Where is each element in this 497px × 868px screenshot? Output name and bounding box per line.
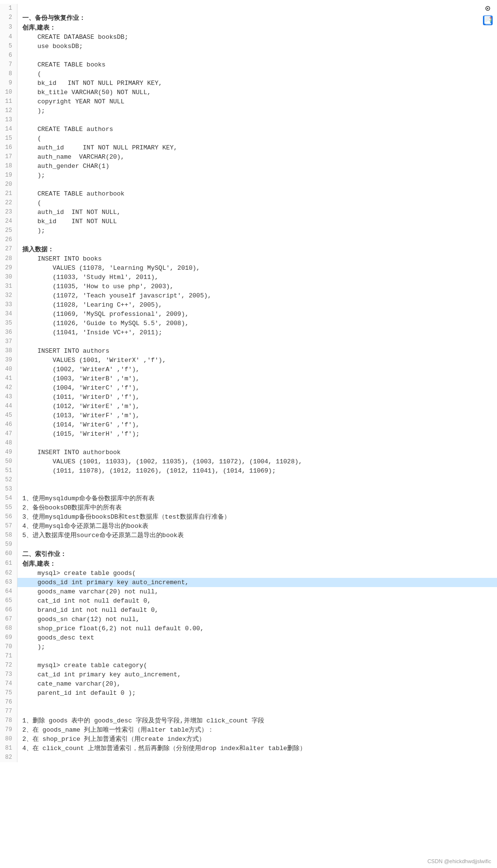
line-content: auth_id INT NOT NULL PRIMARY KEY, (17, 143, 497, 152)
line-row: 33 (11028, 'Learing C++', 2005), (0, 300, 497, 310)
line-content: (1011, 'WriterD' ,'f'), (17, 393, 497, 402)
line-content: parent_id int default 0 ); (17, 688, 497, 698)
line-row: 46 (1014, 'WriterG' ,'f'), (0, 420, 497, 429)
line-content: auth_gender CHAR(1) (17, 162, 497, 171)
line-row: 52 (0, 475, 497, 485)
line-number: 60 (0, 549, 17, 559)
line-number: 45 (0, 411, 17, 420)
line-content (17, 235, 497, 245)
line-row: 82 (0, 753, 497, 762)
line-row: 77 (0, 707, 497, 716)
line-content: 插入数据： (17, 245, 497, 254)
line-number: 11 (0, 97, 17, 106)
line-number: 49 (0, 448, 17, 457)
line-content: 1、删除 goods 表中的 goods_desc 字段及货号字段,并增加 cl… (17, 716, 497, 725)
line-row: 60二、索引作业： (0, 549, 497, 559)
line-content: (11033, 'Study Html', 2011), (17, 273, 497, 282)
line-row: 28 INSERT INTO books (0, 254, 497, 263)
line-row: 21 CREATE TABLE authorbook (0, 189, 497, 198)
line-row: 24 bk_id INT NOT NULL (0, 217, 497, 226)
line-content: 一、备份与恢复作业： (17, 13, 497, 23)
line-content: shop_price float(6,2) not null default 0… (17, 624, 497, 633)
line-number: 15 (0, 134, 17, 143)
line-content (17, 180, 497, 189)
line-row: 32 (11072, 'Teach youself javascript', 2… (0, 291, 497, 300)
line-content: (1013, 'WriterF' ,'m'), (17, 411, 497, 420)
line-content: VALUES (1001, 'WriterX' ,'f'), (17, 356, 497, 365)
line-content: 2、在 shop_price 列上加普通索引（用create index方式） (17, 735, 497, 744)
line-number: 4 (0, 33, 17, 42)
line-number: 17 (0, 152, 17, 162)
line-row: 4 CREATE DATABASE booksDB; (0, 33, 497, 42)
line-number: 28 (0, 254, 17, 263)
bookmark-icon[interactable]: 📑 (483, 16, 493, 25)
line-content: goods_id int primary key auto_increment, (17, 578, 497, 587)
line-content: auth_id INT NOT NULL, (17, 208, 497, 217)
line-content: 2、备份booksDB数据库中的所有表 (17, 503, 497, 512)
line-row: 42 (1004, 'WriterC' ,'f'), (0, 383, 497, 393)
line-number: 8 (0, 69, 17, 79)
line-number: 30 (0, 273, 17, 282)
line-content: cat_id int not null default 0, (17, 596, 497, 606)
line-row: 71 (0, 652, 497, 661)
line-number: 53 (0, 485, 17, 494)
line-row: 63 goods_id int primary key auto_increme… (0, 578, 497, 587)
line-row: 36 (11041, 'Inside VC++', 2011); (0, 328, 497, 337)
line-content: VALUES (11078, 'Learning MySQL', 2010), (17, 263, 497, 273)
line-row: 69 goods_desc text (0, 633, 497, 642)
line-content: 创库,建表： (17, 23, 497, 33)
line-row: 43 (1011, 'WriterD' ,'f'), (0, 393, 497, 402)
line-number: 46 (0, 420, 17, 429)
line-content: ); (17, 106, 497, 115)
line-row: 9 bk_id INT NOT NULL PRIMARY KEY, (0, 79, 497, 88)
line-number: 10 (0, 88, 17, 97)
line-number: 72 (0, 661, 17, 670)
line-content (17, 337, 497, 346)
line-content: ); (17, 226, 497, 235)
line-content: auth_name VARCHAR(20), (17, 152, 497, 162)
line-number: 48 (0, 439, 17, 448)
line-content: (11069, 'MySQL professional', 2009), (17, 310, 497, 319)
line-number: 65 (0, 596, 17, 606)
line-row: 3创库,建表： (0, 23, 497, 33)
line-content: (11072, 'Teach youself javascript', 2005… (17, 291, 497, 300)
line-number: 9 (0, 79, 17, 88)
line-row: 30 (11033, 'Study Html', 2011), (0, 273, 497, 282)
line-row: 61创库,建表： (0, 559, 497, 569)
line-row: 7 CREATE TABLE books (0, 60, 497, 69)
line-number: 39 (0, 356, 17, 365)
line-row: 65 cat_id int not null default 0, (0, 596, 497, 606)
line-content: (11035, 'How to use php', 2003), (17, 282, 497, 291)
line-number: 12 (0, 106, 17, 115)
line-content (17, 439, 497, 448)
line-number: 23 (0, 208, 17, 217)
line-row: 75 parent_id int default 0 ); (0, 688, 497, 698)
line-content: 5、进入数据库使用source命令还原第二题导出的book表 (17, 531, 497, 540)
line-number: 36 (0, 328, 17, 337)
line-number: 37 (0, 337, 17, 346)
line-row: 552、备份booksDB数据库中的所有表 (0, 503, 497, 512)
line-content (17, 753, 497, 762)
line-content: INSERT INTO authors (17, 346, 497, 356)
line-number: 80 (0, 735, 17, 744)
line-content (17, 115, 497, 125)
line-row: 62 mysql> create table goods( (0, 569, 497, 578)
line-number: 13 (0, 115, 17, 125)
line-content: (1011, 11078), (1012, 11026), (1012, 110… (17, 466, 497, 475)
line-number: 31 (0, 282, 17, 291)
line-number: 3 (0, 23, 17, 33)
circle-icon[interactable]: ⊙ (482, 3, 493, 14)
footer-text: CSDN @ehickdhwdjjslwific (427, 858, 491, 864)
line-row: 50 VALUES (1001, 11033), (1002, 11035), … (0, 457, 497, 466)
line-row: 6 (0, 51, 497, 60)
line-row: 5 use booksDB; (0, 42, 497, 51)
line-row: 18 auth_gender CHAR(1) (0, 162, 497, 171)
line-number: 43 (0, 393, 17, 402)
line-content: copyright YEAR NOT NULL (17, 97, 497, 106)
line-row: 59 (0, 540, 497, 549)
line-content: (1003, 'WriterB' ,'m'), (17, 374, 497, 383)
line-number: 34 (0, 310, 17, 319)
line-number: 67 (0, 615, 17, 624)
page-container: ⊙ 📑 12一、备份与恢复作业：3创库,建表：4 CREATE DATABASE… (0, 0, 497, 868)
line-row: 574、使用mysql命令还原第二题导出的book表 (0, 522, 497, 531)
